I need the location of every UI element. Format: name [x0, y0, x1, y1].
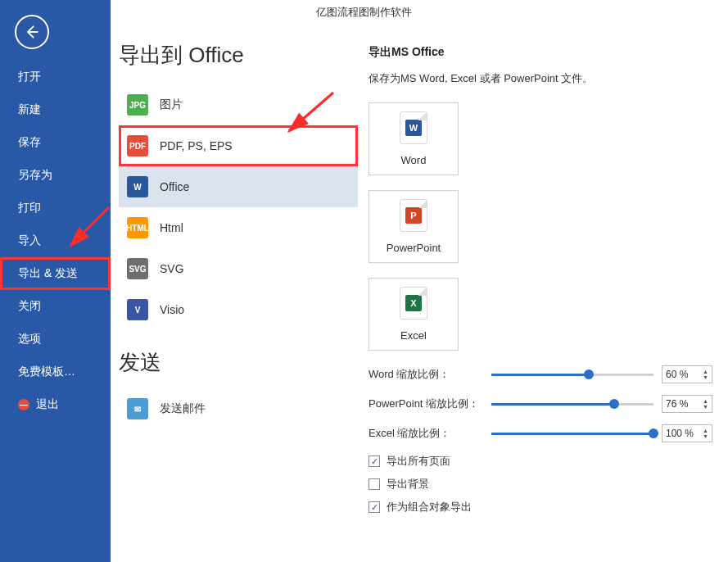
export-title: 导出到 Office: [119, 41, 358, 70]
spinbox-arrows[interactable]: ▲▼: [703, 398, 708, 410]
sidebar-item[interactable]: 保存: [0, 126, 111, 159]
ppt-badge-icon: P: [405, 207, 422, 224]
export-item-label: Office: [160, 180, 189, 193]
sidebar-item[interactable]: 免费模板…: [0, 356, 111, 388]
export-item[interactable]: VVisio: [119, 289, 358, 330]
checkbox-row[interactable]: 导出背景: [369, 477, 712, 492]
detail-description: 保存为MS Word, Excel 或者 PowerPoint 文件。: [369, 71, 712, 86]
export-item[interactable]: HTMLHtml: [119, 207, 358, 248]
spinbox-arrows[interactable]: ▲▼: [703, 369, 708, 380]
sidebar-item[interactable]: 新建: [0, 93, 111, 126]
html-icon: HTML: [127, 217, 148, 238]
checkbox-label: 作为组合对象导出: [387, 500, 472, 514]
slider-label: Word 缩放比例：: [369, 367, 483, 382]
slider-label: PowerPoint 缩放比例：: [369, 397, 483, 411]
slider-thumb[interactable]: [584, 369, 594, 379]
jpg-icon: JPG: [127, 94, 148, 116]
export-item[interactable]: ✉发送邮件: [119, 388, 358, 429]
export-item[interactable]: WOffice: [119, 166, 358, 207]
export-item-label: SVG: [160, 262, 184, 275]
sidebar-item[interactable]: 选项: [0, 323, 111, 356]
file-icon: P: [400, 199, 427, 232]
back-arrow-icon: [24, 24, 40, 40]
sidebar-item-label: 选项: [18, 332, 41, 345]
export-item-label: 发送邮件: [160, 401, 206, 416]
sidebar-item[interactable]: 打印: [0, 192, 111, 224]
checkbox[interactable]: ✓: [369, 455, 380, 467]
office-icon: W: [127, 176, 148, 197]
exit-icon: —: [18, 399, 29, 410]
sidebar-item-label: 导出 & 发送: [18, 266, 78, 279]
checkbox-label: 导出所有页面: [387, 454, 450, 469]
export-item-label: 图片: [160, 97, 183, 112]
zoom-spinbox[interactable]: 100 %▲▼: [662, 424, 712, 442]
slider-track[interactable]: [491, 374, 653, 376]
checkbox[interactable]: [369, 478, 380, 490]
export-item[interactable]: PDFPDF, PS, EPS: [119, 125, 358, 166]
checkbox-label: 导出背景: [387, 477, 429, 492]
export-item-label: PDF, PS, EPS: [160, 139, 233, 152]
pdf-icon: PDF: [127, 135, 148, 156]
sidebar-item-label: 新建: [18, 102, 41, 116]
detail-title: 导出MS Office: [369, 45, 712, 60]
slider-track[interactable]: [491, 403, 653, 406]
format-label: Excel: [400, 329, 427, 342]
sidebar-item-label: 退出: [36, 397, 59, 412]
sidebar-item-label: 免费模板…: [18, 365, 75, 378]
mail-icon: ✉: [127, 398, 148, 419]
spinbox-value: 100 %: [666, 428, 694, 439]
slider-thumb[interactable]: [609, 399, 619, 409]
sidebar: 打开新建保存另存为打印导入导出 & 发送关闭选项免费模板…—退出: [0, 0, 111, 562]
sidebar-item[interactable]: 导入: [0, 224, 111, 257]
format-label: Word: [401, 154, 427, 166]
sidebar-item[interactable]: 导出 & 发送: [0, 257, 111, 290]
export-item[interactable]: SVGSVG: [119, 248, 358, 289]
export-item-label: Visio: [160, 303, 184, 316]
spinbox-value: 60 %: [666, 369, 688, 380]
zoom-spinbox[interactable]: 76 %▲▼: [662, 395, 712, 413]
sidebar-item[interactable]: —退出: [0, 388, 111, 421]
checkbox[interactable]: ✓: [369, 501, 380, 513]
zoom-spinbox[interactable]: 60 %▲▼: [662, 365, 712, 383]
zoom-slider-row: PowerPoint 缩放比例：76 %▲▼: [369, 395, 712, 413]
sidebar-item[interactable]: 打开: [0, 61, 111, 93]
checkbox-row[interactable]: ✓导出所有页面: [369, 454, 712, 469]
sidebar-item-label: 另存为: [18, 168, 52, 181]
checkbox-row[interactable]: ✓作为组合对象导出: [369, 500, 712, 514]
sidebar-item[interactable]: 关闭: [0, 290, 111, 323]
spinbox-arrows[interactable]: ▲▼: [703, 428, 708, 439]
back-button[interactable]: [15, 15, 49, 49]
slider-thumb[interactable]: [649, 428, 658, 438]
sidebar-item-label: 导入: [18, 233, 41, 247]
export-item[interactable]: JPG图片: [119, 84, 358, 125]
sidebar-item-label: 打印: [18, 201, 41, 214]
visio-icon: V: [127, 299, 148, 320]
sidebar-item-label: 关闭: [18, 299, 41, 312]
format-card-excel[interactable]: XExcel: [369, 278, 459, 351]
spinbox-value: 76 %: [666, 398, 688, 410]
zoom-slider-row: Word 缩放比例：60 %▲▼: [369, 365, 712, 383]
format-card-powerpoint[interactable]: PPowerPoint: [369, 190, 459, 263]
export-column: 导出到 Office JPG图片PDFPDF, PS, EPSWOfficeHT…: [119, 41, 358, 429]
sidebar-item-label: 打开: [18, 70, 41, 83]
format-label: PowerPoint: [387, 242, 441, 254]
format-card-word[interactable]: WWord: [369, 102, 459, 175]
send-title: 发送: [119, 348, 358, 377]
file-icon: W: [400, 111, 427, 144]
word-badge-icon: W: [405, 120, 422, 136]
svg-icon: SVG: [127, 258, 148, 279]
sidebar-item-label: 保存: [18, 135, 41, 148]
excel-badge-icon: X: [405, 295, 422, 311]
file-icon: X: [400, 287, 427, 320]
sidebar-item[interactable]: 另存为: [0, 159, 111, 192]
slider-track[interactable]: [491, 433, 653, 435]
detail-panel: 导出MS Office 保存为MS Word, Excel 或者 PowerPo…: [369, 45, 712, 523]
slider-label: Excel 缩放比例：: [369, 426, 483, 441]
zoom-slider-row: Excel 缩放比例：100 %▲▼: [369, 424, 712, 442]
export-item-label: Html: [160, 221, 183, 234]
